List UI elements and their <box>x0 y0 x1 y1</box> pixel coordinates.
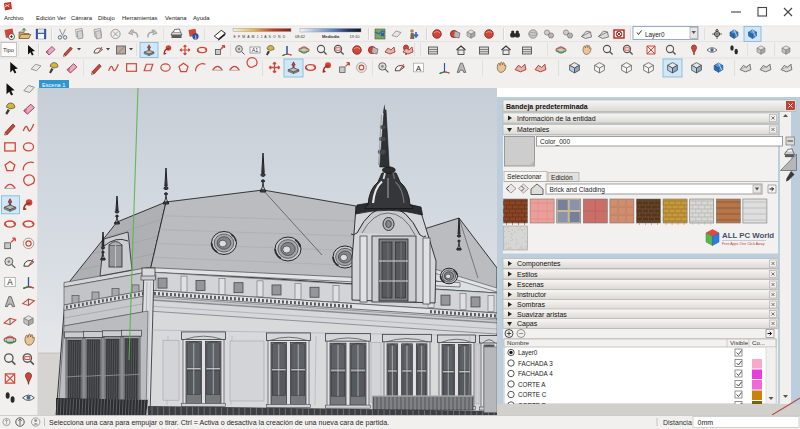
svg-text:Archivo: Archivo <box>4 15 24 21</box>
svg-text:Free Apps One Click Away: Free Apps One Click Away <box>722 242 765 246</box>
svg-text:Distancia: Distancia <box>663 419 692 426</box>
svg-text:0mm: 0mm <box>698 419 714 426</box>
svg-text:Layer0: Layer0 <box>518 349 538 357</box>
svg-text:Ayuda: Ayuda <box>193 15 210 21</box>
svg-text:Suavizar aristas: Suavizar aristas <box>517 311 567 318</box>
svg-text:Estilos: Estilos <box>517 271 538 278</box>
svg-text:Tipo: Tipo <box>3 47 14 53</box>
svg-text:Color_000: Color_000 <box>540 138 570 146</box>
svg-text:Layer0: Layer0 <box>645 31 665 39</box>
svg-text:Co...: Co... <box>752 339 765 346</box>
svg-text:Información de la entidad: Información de la entidad <box>517 115 596 122</box>
svg-text:Selecciona una cara para empuj: Selecciona una cara para empujar o tirar… <box>49 419 389 427</box>
svg-text:Edición: Edición <box>36 15 55 21</box>
svg-text:Capas: Capas <box>517 320 538 328</box>
svg-text:FACHADA 4: FACHADA 4 <box>518 370 553 377</box>
svg-text:08:42: 08:42 <box>295 34 306 39</box>
svg-text:Seleccionar: Seleccionar <box>507 173 542 180</box>
svg-text:Ventana: Ventana <box>165 15 187 21</box>
svg-text:Edición: Edición <box>551 174 573 181</box>
svg-text:ALL PC World: ALL PC World <box>722 231 774 240</box>
svg-text:Dibujo: Dibujo <box>98 15 115 21</box>
svg-text:Sombras: Sombras <box>517 301 546 308</box>
svg-text:A: A <box>7 278 13 287</box>
svg-text:Materiales: Materiales <box>517 126 550 133</box>
svg-text:Instructor: Instructor <box>517 291 547 298</box>
svg-text:A1: A1 <box>252 47 259 53</box>
svg-text:Mediodía: Mediodía <box>322 34 340 39</box>
svg-text:Componentes: Componentes <box>517 260 561 268</box>
svg-text:CORTE A: CORTE A <box>518 381 546 388</box>
svg-text:Brick and Cladding: Brick and Cladding <box>550 186 606 194</box>
svg-text:FACHADA 3: FACHADA 3 <box>518 360 553 367</box>
svg-text:Visible: Visible <box>730 339 749 346</box>
svg-text:E F M A M J J A S O N D: E F M A M J J A S O N D <box>234 35 286 39</box>
svg-text:Cámara: Cámara <box>71 15 93 21</box>
svg-text:Ver: Ver <box>57 15 66 21</box>
svg-text:Herramientas: Herramientas <box>122 15 157 21</box>
svg-text:Escenas: Escenas <box>517 281 544 288</box>
svg-text:CORTE C: CORTE C <box>518 391 547 398</box>
svg-text:Escena 1: Escena 1 <box>42 82 65 88</box>
svg-text:19:10: 19:10 <box>350 34 361 39</box>
svg-text:Bandeja predeterminada: Bandeja predeterminada <box>506 103 588 111</box>
svg-text:Nombre: Nombre <box>507 339 530 346</box>
